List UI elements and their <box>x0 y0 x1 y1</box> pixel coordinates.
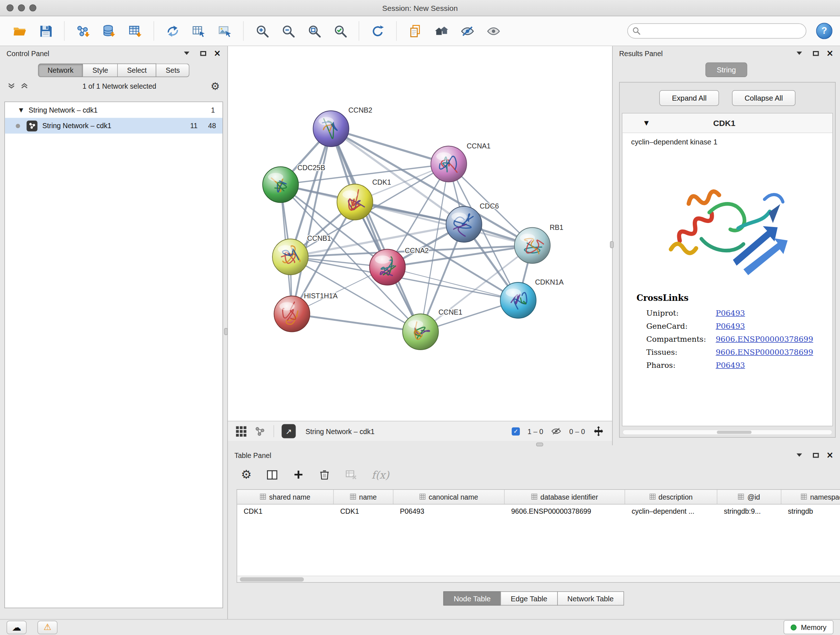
cloud-button[interactable]: ☁ <box>6 621 27 634</box>
zoom-selected-button[interactable] <box>328 19 352 43</box>
warnings-button[interactable]: ⚠ <box>38 621 58 634</box>
tab-network-table[interactable]: Network Table <box>557 592 624 606</box>
hide-selection-button[interactable] <box>455 19 479 43</box>
panel-float-icon[interactable] <box>813 51 819 56</box>
scrollbar-thumb[interactable] <box>240 578 304 582</box>
crosslink-link[interactable]: P06493 <box>716 361 745 369</box>
column-header-description[interactable]: description <box>625 490 717 504</box>
apply-layout-button[interactable] <box>366 19 390 43</box>
table-cell[interactable]: stringdb:9... <box>717 505 782 519</box>
network-node-cdc6[interactable] <box>446 206 482 242</box>
results-horizontal-scrollbar[interactable] <box>622 430 833 435</box>
move-crosshair-icon[interactable] <box>592 425 605 437</box>
window-minimize-button[interactable] <box>18 4 25 11</box>
export-image-button[interactable] <box>213 19 237 43</box>
panel-close-icon[interactable]: × <box>826 451 834 459</box>
tab-select[interactable]: Select <box>118 64 156 78</box>
help-button[interactable]: ? <box>816 23 832 39</box>
network-row-selected[interactable]: String Network – cdk1 11 48 <box>5 118 223 134</box>
show-all-button[interactable] <box>482 19 505 43</box>
table-cell[interactable]: CDK1 <box>334 505 393 519</box>
add-column-plus-icon[interactable] <box>292 469 304 481</box>
table-settings-gear-icon[interactable]: ⚙ <box>241 469 252 481</box>
gear-icon[interactable]: ⚙ <box>210 81 220 91</box>
network-node-ccne1[interactable] <box>403 314 439 350</box>
network-node-ccnb1[interactable] <box>272 239 308 275</box>
column-header-namespac[interactable]: namespac <box>782 490 840 504</box>
network-node-ccna2[interactable] <box>370 249 406 285</box>
tab-string[interactable]: String <box>706 63 747 78</box>
zoom-out-button[interactable] <box>276 19 300 43</box>
table-cell[interactable]: CDK1 <box>237 505 334 519</box>
table-cell[interactable]: P06493 <box>393 505 505 519</box>
network-node-ccna1[interactable] <box>431 146 467 182</box>
selected-checkbox-icon[interactable]: ✓ <box>512 427 520 435</box>
network-edge[interactable] <box>292 314 421 332</box>
home-button[interactable] <box>429 19 453 43</box>
splitter-handle[interactable] <box>536 443 543 447</box>
collapse-all-button[interactable]: Collapse All <box>732 90 796 106</box>
panel-menu-icon[interactable] <box>796 454 802 457</box>
gene-section-header[interactable]: ▼ CDK1 <box>622 114 833 133</box>
crosslink-link[interactable]: 9606.ENSP00000378699 <box>716 334 813 343</box>
open-in-window-button[interactable]: ↗ <box>282 424 296 439</box>
column-header--id[interactable]: @id <box>717 490 782 504</box>
panel-menu-icon[interactable] <box>184 52 189 55</box>
table-row[interactable]: CDK1CDK1P064939606.ENSP00000378699cyclin… <box>237 505 840 519</box>
import-network-database-button[interactable] <box>97 19 121 43</box>
open-session-button[interactable] <box>8 19 32 43</box>
window-close-button[interactable] <box>6 4 14 11</box>
network-node-cdkn1a[interactable] <box>500 282 536 318</box>
collapse-all-chevrons-icon[interactable] <box>8 82 15 90</box>
panel-close-icon[interactable]: × <box>213 49 221 57</box>
tab-style[interactable]: Style <box>83 64 118 78</box>
delete-column-trash-icon[interactable] <box>318 469 330 481</box>
import-table-button[interactable] <box>123 19 147 43</box>
network-node-hist1h1a[interactable] <box>274 296 310 332</box>
network-view[interactable]: CCNB2CCNA1CDC25BCDK1CDC6RB1CCNB1CCNA2CDK… <box>228 46 612 441</box>
table-horizontal-scrollbar[interactable] <box>237 576 840 582</box>
save-session-button[interactable] <box>34 19 57 43</box>
disclosure-triangle-icon[interactable]: ▼ <box>19 107 24 113</box>
network-node-rb1[interactable] <box>515 228 550 264</box>
disclosure-triangle-icon[interactable]: ▼ <box>644 119 649 127</box>
tab-sets[interactable]: Sets <box>156 64 190 78</box>
birdseye-view-icon[interactable] <box>255 425 266 437</box>
expand-all-button[interactable]: Expand All <box>660 90 719 106</box>
crosslink-link[interactable]: P06493 <box>716 321 745 330</box>
panel-float-icon[interactable] <box>813 453 819 458</box>
network-edge[interactable] <box>331 129 421 332</box>
network-edge[interactable] <box>292 129 331 314</box>
crosslink-link[interactable]: P06493 <box>716 309 745 317</box>
scrollbar-thumb[interactable] <box>717 431 752 434</box>
search-input[interactable] <box>627 24 806 39</box>
network-node-ccnb2[interactable] <box>313 111 349 147</box>
tab-edge-table[interactable]: Edge Table <box>500 592 557 606</box>
network-node-cdc25b[interactable] <box>263 167 298 203</box>
network-node-cdk1[interactable] <box>337 184 373 220</box>
table-cell[interactable]: cyclin–dependent ... <box>625 505 717 519</box>
grid-view-icon[interactable] <box>235 425 247 437</box>
zoom-fit-button[interactable] <box>302 19 326 43</box>
network-from-selection-button[interactable] <box>161 19 185 43</box>
splitter-handle[interactable] <box>224 328 228 335</box>
copy-button[interactable] <box>403 19 427 43</box>
column-header-name[interactable]: name <box>334 490 393 504</box>
function-builder-icon[interactable]: f(x) <box>371 469 389 481</box>
network-collection-row[interactable]: ▼ String Network – cdk1 1 <box>5 102 223 118</box>
panel-float-icon[interactable] <box>200 51 206 56</box>
panel-menu-icon[interactable] <box>796 52 802 55</box>
splitter-handle[interactable] <box>610 241 614 249</box>
hidden-eye-slash-icon[interactable] <box>551 426 562 437</box>
crosslink-link[interactable]: 9606.ENSP00000378699 <box>716 348 813 356</box>
network-canvas[interactable]: CCNB2CCNA1CDC25BCDK1CDC6RB1CCNB1CCNA2CDK… <box>228 46 612 421</box>
expand-all-chevrons-icon[interactable] <box>21 82 28 90</box>
network-edge[interactable] <box>331 129 449 165</box>
tab-node-table[interactable]: Node Table <box>444 592 501 606</box>
table-cell[interactable]: stringdb <box>782 505 840 519</box>
tab-network[interactable]: Network <box>38 64 83 78</box>
panel-close-icon[interactable]: × <box>826 49 834 57</box>
window-zoom-button[interactable] <box>29 4 36 11</box>
delete-table-icon[interactable] <box>344 468 357 481</box>
import-network-file-button[interactable] <box>71 19 95 43</box>
